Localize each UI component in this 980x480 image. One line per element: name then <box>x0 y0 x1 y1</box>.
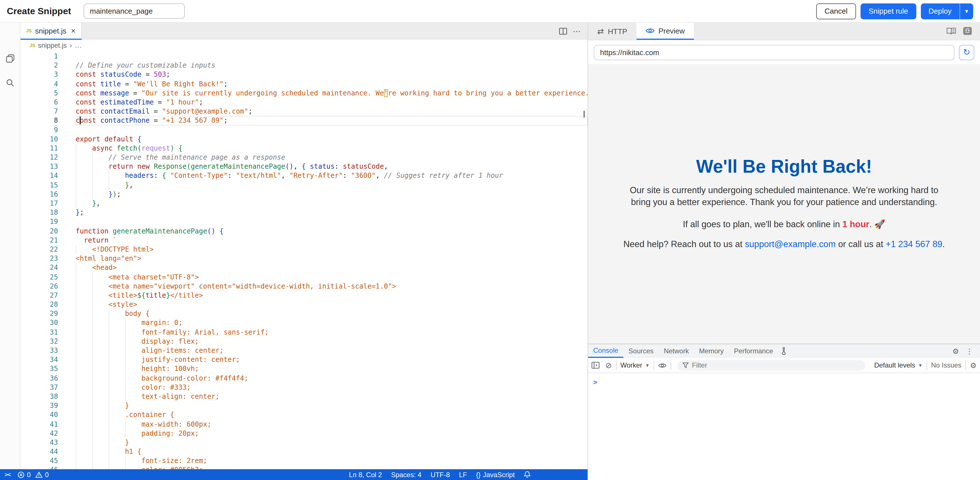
deploy-button[interactable]: Deploy <box>921 3 959 19</box>
code-line[interactable]: } <box>76 438 587 447</box>
refresh-button[interactable]: ↻ <box>959 44 974 60</box>
encoding[interactable]: UTF-8 <box>431 470 450 478</box>
code-line[interactable]: const title = "We'll Be Right Back!"; <box>76 79 587 88</box>
tab-http[interactable]: ⇄ HTTP <box>588 23 636 40</box>
code-line[interactable] <box>76 217 587 227</box>
code-line[interactable]: margin: 0; <box>76 318 587 328</box>
devtools-tab-sources[interactable]: Sources <box>624 344 659 358</box>
phone-link[interactable]: +1 234 567 89 <box>886 239 942 249</box>
files-icon[interactable] <box>5 53 15 63</box>
docs-book-icon[interactable] <box>947 27 956 35</box>
code-line[interactable] <box>76 52 587 61</box>
split-editor-icon[interactable] <box>559 28 567 35</box>
code-line[interactable]: // Define your customizable inputs <box>76 61 587 70</box>
code-line[interactable]: display: flex; <box>76 337 587 346</box>
remote-indicator-icon[interactable]: >< <box>5 471 10 478</box>
code-line[interactable]: return new Response(generateMaintenanceP… <box>76 162 587 171</box>
code-line[interactable]: const contactEmail = "support@example.co… <box>76 107 587 116</box>
code-line[interactable]: async fetch(request) { <box>76 144 587 153</box>
devtools-tab-memory[interactable]: Memory <box>694 344 729 358</box>
toolbar-divider <box>616 361 616 370</box>
code-line[interactable]: height: 100vh; <box>76 364 587 374</box>
devtools-menu-icon[interactable]: ⋮ <box>966 347 973 355</box>
code-line[interactable]: body { <box>76 309 587 318</box>
context-selector[interactable]: Worker ▼ <box>620 361 649 369</box>
devtools-tab-network[interactable]: Network <box>659 344 694 358</box>
console-sidebar-toggle-icon[interactable] <box>592 362 600 369</box>
tab-preview[interactable]: Preview <box>636 23 694 40</box>
console-output[interactable]: > <box>588 373 980 480</box>
code-line[interactable]: <title>${title}</title> <box>76 291 587 300</box>
code-line[interactable]: const estimatedTime = "1 hour"; <box>76 98 587 107</box>
code-line[interactable]: const message = "Our site is currently u… <box>76 89 587 98</box>
code-line[interactable]: } <box>76 401 587 410</box>
code-line[interactable]: return ` <box>76 236 587 245</box>
deploy-dropdown-arrow[interactable]: ▼ <box>959 3 973 19</box>
code-line[interactable]: }; <box>76 208 587 217</box>
code-line[interactable]: const contactPhone = "+1 234 567 89"; <box>76 116 587 125</box>
more-actions-icon[interactable]: ⋯ <box>573 27 581 36</box>
close-tab-icon[interactable]: × <box>71 26 75 35</box>
problems-indicator[interactable]: 0 0 <box>18 470 49 478</box>
code-line[interactable]: }, <box>76 199 587 208</box>
code-line[interactable]: <head> <box>76 263 587 272</box>
devtools-tabbar: ConsoleSourcesNetworkMemoryPerformance ⚙… <box>588 344 980 358</box>
snippet-name-input[interactable] <box>84 3 185 19</box>
error-count: 0 <box>27 470 31 478</box>
snippet-rule-button[interactable]: Snippet rule <box>861 3 916 19</box>
search-icon[interactable] <box>5 78 15 88</box>
code-line[interactable]: font-size: 2rem; <box>76 456 587 466</box>
tab-snippet-js[interactable]: JS snippet.js × <box>21 23 82 40</box>
code-line[interactable]: headers: { "Content-Type": "text/html", … <box>76 171 587 181</box>
experiments-flask-icon[interactable] <box>778 344 789 358</box>
notifications-bell-icon[interactable] <box>524 471 531 478</box>
code-line[interactable]: align-items: center; <box>76 346 587 355</box>
code-line[interactable] <box>76 125 587 134</box>
log-levels-selector[interactable]: Default levels ▼ <box>874 361 923 369</box>
breadcrumb[interactable]: JS snippet.js › … <box>21 40 587 51</box>
support-email-link[interactable]: support@example.com <box>745 239 835 249</box>
toolbar-divider <box>654 361 654 370</box>
code-line[interactable]: export default { <box>76 134 587 143</box>
code-line[interactable]: color: #0056b3; <box>76 466 587 469</box>
devtools-tab-console[interactable]: Console <box>588 344 624 358</box>
code-line[interactable]: justify-content: center; <box>76 355 587 364</box>
code-line[interactable]: <style> <box>76 300 587 309</box>
issues-counter[interactable]: No Issues <box>931 361 961 369</box>
code-line[interactable]: text-align: center; <box>76 392 587 401</box>
cancel-button[interactable]: Cancel <box>816 3 856 19</box>
chevron-down-icon: ▼ <box>645 363 649 368</box>
code-line[interactable]: font-family: Arial, sans-serif; <box>76 328 587 337</box>
filter-input[interactable] <box>692 361 860 369</box>
eol-sequence[interactable]: LF <box>459 470 467 478</box>
devtools-settings-gear-icon[interactable]: ⚙ <box>952 347 959 355</box>
chevron-down-icon: ▼ <box>918 363 923 368</box>
clear-console-icon[interactable]: ⊘ <box>605 361 612 370</box>
discord-icon[interactable] <box>963 27 972 36</box>
code-line[interactable]: // Serve the maintenance page as a respo… <box>76 153 587 162</box>
code-line[interactable]: <!DOCTYPE html> <box>76 245 587 254</box>
code-line[interactable]: .container { <box>76 410 587 420</box>
cursor-position[interactable]: Ln 8, Col 2 <box>349 470 382 478</box>
code-line[interactable]: padding: 20px; <box>76 429 587 438</box>
code-line[interactable]: <html lang="en"> <box>76 254 587 263</box>
preview-url-input[interactable] <box>594 44 955 60</box>
devtools-tab-performance[interactable]: Performance <box>729 344 778 358</box>
code-line[interactable]: background-color: #f4f4f4; <box>76 374 587 383</box>
code-line[interactable]: function generateMaintenancePage() { <box>76 227 587 236</box>
language-mode[interactable]: {} JavaScript <box>476 470 515 478</box>
code-line[interactable]: h1 { <box>76 447 587 456</box>
code-line[interactable]: <meta name="viewport" content="width=dev… <box>76 282 587 291</box>
live-expression-eye-icon[interactable] <box>658 362 667 368</box>
code-line[interactable]: }); <box>76 190 587 199</box>
indentation[interactable]: Spaces: 4 <box>391 470 422 478</box>
console-filter[interactable] <box>678 360 865 371</box>
preview-tab-label: Preview <box>659 27 685 35</box>
code-line[interactable]: <meta charset="UTF-8"> <box>76 272 587 282</box>
code-editor[interactable]: 1234567891011121314151617181920212223242… <box>21 51 587 469</box>
code-line[interactable]: const statusCode = 503; <box>76 70 587 79</box>
console-settings-gear-icon[interactable]: ⚙ <box>970 361 977 369</box>
code-line[interactable]: color: #333; <box>76 383 587 392</box>
code-line[interactable]: max-width: 600px; <box>76 420 587 429</box>
code-line[interactable]: }, <box>76 181 587 189</box>
